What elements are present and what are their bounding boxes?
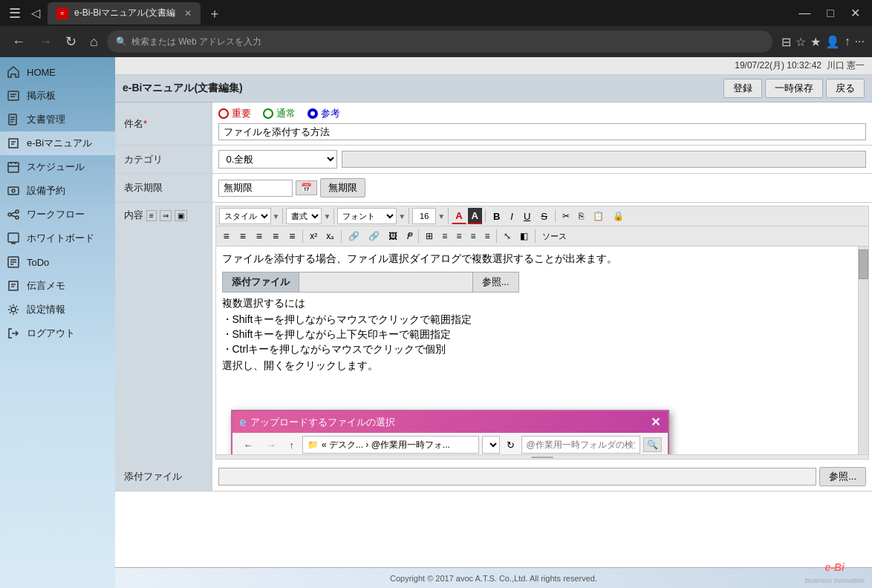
sidebar-item-workflow[interactable]: ワークフロー (0, 203, 115, 226)
nav-forward-btn[interactable]: → (34, 33, 56, 51)
image-btn[interactable]: 🖼 (385, 229, 401, 244)
editor-body[interactable]: ファイルを添付する場合、ファイル選択ダイアログで複数選択することが出来ます。 添… (216, 246, 869, 454)
font-color-btn[interactable]: A (452, 208, 466, 224)
sidebar-item-documents[interactable]: 文書管理 (0, 108, 115, 131)
period-limit-btn[interactable]: 無期限 (320, 178, 365, 197)
browser-back-btn[interactable]: ◁ (28, 6, 43, 20)
scrollbar-thumb[interactable] (859, 249, 868, 279)
table-btn[interactable]: ⊞ (422, 229, 437, 244)
superscript-btn[interactable]: x² (306, 229, 321, 244)
collections-btn[interactable]: ★ (810, 35, 821, 49)
dialog-search-input[interactable] (521, 436, 640, 454)
content-icon2[interactable]: ⇒ (160, 210, 172, 221)
svg-line-17 (11, 215, 16, 217)
browser-tab[interactable]: e e-Bi-Biマニュアル(文書編 ✕ (48, 2, 201, 24)
content-icon1[interactable]: ≡ (146, 210, 157, 221)
indent-inc-btn[interactable]: ≡ (481, 229, 493, 244)
dialog-close-btn[interactable]: ✕ (651, 415, 660, 429)
radio-juuyou[interactable]: 重要 (218, 107, 251, 120)
format-select[interactable]: 書式 (286, 208, 322, 224)
align-justify-btn[interactable]: ≡ (268, 228, 283, 244)
dialog-path-dropdown[interactable] (482, 436, 500, 454)
align-right-btn[interactable]: ≡ (252, 228, 267, 244)
attach-browse-btn[interactable]: 参照... (473, 272, 519, 293)
profile-btn[interactable]: 👤 (825, 35, 840, 49)
maximize-btn[interactable]: □ (821, 7, 840, 20)
window-menu-icon[interactable]: ☰ (6, 5, 24, 22)
font-size-input[interactable] (412, 208, 436, 224)
ul-btn[interactable]: ≡ (452, 229, 465, 244)
nav-refresh-btn[interactable]: ↻ (61, 32, 81, 51)
attach-file-input[interactable] (218, 468, 817, 486)
font-select[interactable]: フォント (337, 208, 397, 224)
cut-btn[interactable]: ✂ (559, 209, 573, 223)
todo-icon (6, 255, 21, 270)
attach-file-browse-btn[interactable]: 参照... (819, 467, 866, 486)
radio-tsuu[interactable]: 通常 (263, 107, 296, 120)
close-btn[interactable]: ✕ (845, 6, 866, 20)
subscript-btn[interactable]: xₐ (322, 229, 338, 244)
italic-btn[interactable]: I (506, 209, 518, 224)
minimize-btn[interactable]: — (793, 7, 816, 20)
font-color-bg-btn[interactable]: A (468, 208, 482, 224)
register-button[interactable]: 登録 (723, 79, 762, 98)
dialog-search-btn[interactable]: 🔍 (643, 437, 662, 452)
attach-input-area[interactable] (299, 272, 473, 293)
dialog-refresh-btn[interactable]: ↻ (503, 437, 518, 453)
subject-input[interactable] (218, 123, 867, 140)
fullscreen-btn[interactable]: ⤡ (500, 229, 515, 244)
source-btn[interactable]: ソース (539, 229, 570, 244)
back-button[interactable]: 戻る (826, 79, 865, 98)
tab-close-icon[interactable]: ✕ (184, 8, 192, 19)
dialog-up-btn[interactable]: ↑ (284, 437, 300, 453)
sidebar-item-todo[interactable]: ToDo (0, 250, 115, 274)
editor-resize-handle[interactable] (216, 454, 869, 459)
link-btn[interactable]: 🔗 (345, 229, 363, 244)
underline-btn[interactable]: U (519, 209, 535, 224)
more-btn[interactable]: ··· (855, 35, 865, 48)
address-bar[interactable]: 🔍 検索または Web アドレスを入力 (107, 30, 772, 53)
favorites-btn[interactable]: ☆ (795, 35, 806, 49)
sidebar-item-equipment[interactable]: 設備予約 (0, 179, 115, 203)
indent-dec-btn[interactable]: ≡ (466, 229, 479, 244)
share-btn[interactable]: ↑ (845, 35, 850, 48)
unlink-btn[interactable]: 🔗 (365, 229, 383, 244)
period-start-input[interactable] (218, 180, 293, 197)
content-icon3[interactable]: ▣ (175, 210, 187, 221)
sidebar-item-whiteboard[interactable]: ホワイトボード (0, 226, 115, 250)
copy-btn[interactable]: ⎘ (575, 209, 588, 223)
new-tab-btn[interactable]: ＋ (205, 4, 224, 22)
nav-home-btn[interactable]: ⌂ (85, 33, 103, 51)
dialog-back-btn[interactable]: ← (238, 437, 258, 453)
paste-text-btn[interactable]: 🔒 (609, 209, 628, 223)
category-text-input[interactable] (342, 151, 867, 168)
align-center-btn[interactable]: ≡ (235, 228, 250, 244)
radio-sanko[interactable]: 参考 (308, 107, 340, 120)
ol-btn[interactable]: ≡ (438, 229, 451, 244)
paste-btn[interactable]: 📋 (589, 209, 608, 223)
sidebar-item-schedule[interactable]: スケジュール (0, 155, 115, 179)
style-select[interactable]: スタイル (219, 208, 271, 224)
bold-btn[interactable]: B (489, 209, 504, 224)
dialog-navbar: ← → ↑ 📁 « デスク... › @作業用一時フォ... (232, 433, 668, 454)
nav-back-btn[interactable]: ← (7, 33, 30, 51)
sidebar-item-bulletin[interactable]: 掲示板 (0, 84, 115, 108)
strikethrough-btn[interactable]: S (536, 209, 552, 224)
editor-scrollbar[interactable] (858, 246, 868, 454)
dialog-forward-btn[interactable]: → (261, 437, 282, 453)
reader-view-btn[interactable]: ⊟ (781, 35, 791, 49)
sidebar-item-home[interactable]: HOME (0, 60, 115, 84)
sidebar-item-memo[interactable]: 伝言メモ (0, 274, 115, 298)
radio-tsuu-label: 通常 (276, 107, 296, 120)
category-select[interactable]: 0.全般 (218, 150, 337, 169)
sidebar-item-manual[interactable]: e-Biマニュアル (0, 131, 115, 155)
special-char-btn[interactable]: Ᵽ (403, 229, 415, 244)
calendar-btn[interactable]: 📅 (296, 180, 317, 195)
align-left-btn[interactable]: ≡ (219, 228, 234, 244)
sidebar-item-logout[interactable]: ログアウト (0, 321, 115, 345)
radio-group: 重要 通常 参考 (218, 107, 867, 120)
blocks-btn[interactable]: ◧ (516, 229, 532, 244)
temp-save-button[interactable]: 一時保存 (765, 79, 823, 98)
sidebar-item-settings[interactable]: 設定情報 (0, 298, 115, 321)
align-none-btn[interactable]: ≡ (284, 228, 299, 244)
